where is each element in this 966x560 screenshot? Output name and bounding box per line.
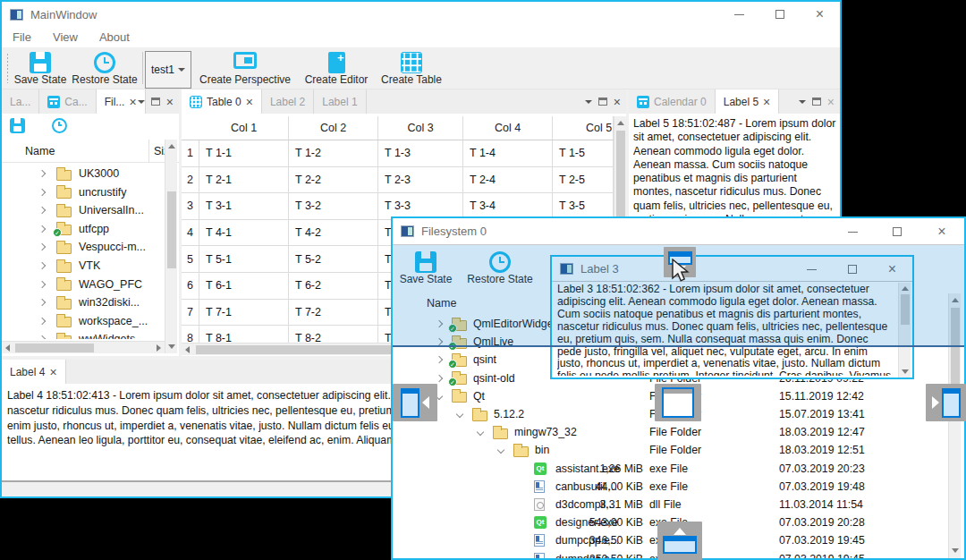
float-icon[interactable]	[598, 98, 607, 106]
menu-about[interactable]: About	[89, 30, 140, 44]
table-cell[interactable]: T 2-1	[199, 167, 289, 193]
table-cell[interactable]: T 1-5	[553, 140, 614, 166]
perspective-combobox[interactable]: test1	[145, 51, 191, 89]
scrollbar-thumb[interactable]	[15, 344, 94, 352]
drop-indicator-bottom[interactable]	[657, 522, 702, 560]
fs-row[interactable]: assistant.exe1,26 MiBexe File07.03.2019 …	[393, 460, 948, 478]
create-perspective-button[interactable]: Create Perspective	[195, 50, 295, 88]
column-header[interactable]: Col 1	[199, 116, 289, 140]
expand-icon[interactable]	[38, 299, 46, 306]
left-tree-vscrollbar[interactable]	[165, 140, 177, 353]
tab-ca[interactable]: Ca...	[39, 89, 96, 114]
tree-item[interactable]: wwWidgets	[2, 330, 165, 339]
column-header[interactable]: Col 5	[553, 116, 614, 140]
close-icon[interactable]	[246, 96, 253, 108]
column-header[interactable]: Col 2	[289, 116, 378, 140]
save-icon[interactable]	[10, 118, 25, 133]
table-row[interactable]: 2T 2-1T 2-2T 2-3T 2-4T 2-5	[182, 167, 614, 194]
table-cell[interactable]: T 1-4	[463, 140, 553, 166]
toolbar-drag-handle[interactable]	[6, 53, 9, 83]
expand-icon[interactable]	[38, 280, 46, 287]
table-cell[interactable]: T 7-2	[289, 300, 378, 326]
expand-icon[interactable]	[38, 207, 46, 214]
close-icon[interactable]	[827, 96, 835, 108]
tab-label4[interactable]: Label 4	[2, 360, 66, 384]
expand-icon[interactable]	[38, 188, 46, 195]
column-divider[interactable]	[148, 140, 149, 163]
maximize-button[interactable]	[875, 218, 919, 245]
table-cell[interactable]: T 1-3	[378, 140, 463, 166]
close-button[interactable]: ×	[800, 2, 840, 27]
table-cell[interactable]: T 1-2	[289, 140, 378, 166]
main-titlebar[interactable]: MainWindow ×	[2, 2, 840, 27]
table-cell[interactable]: T 6-1	[199, 273, 289, 299]
expand-icon[interactable]	[436, 356, 443, 363]
drop-indicator-left[interactable]	[393, 384, 437, 421]
table-cell[interactable]: T 5-1	[199, 246, 289, 272]
fs-row[interactable]: canbusutil....44,00 KiBexe File07.03.201…	[393, 478, 948, 496]
table-cell[interactable]: T 7-1	[199, 300, 289, 326]
create-table-button[interactable]: Create Table	[377, 50, 445, 88]
expand-icon[interactable]	[436, 374, 443, 381]
tab-menu-icon[interactable]	[138, 100, 145, 104]
tree-item[interactable]: uncrustify	[2, 183, 165, 201]
tab-calendar0[interactable]: Calendar 0	[629, 89, 716, 114]
create-editor-button[interactable]: Create Editor	[301, 50, 372, 88]
scroll-down-icon[interactable]	[952, 548, 959, 553]
tree-item[interactable]: win32diski...	[2, 293, 165, 311]
tab-table0[interactable]: Table 0	[182, 89, 262, 114]
name-column-header[interactable]: Name	[25, 145, 55, 157]
drop-indicator-center[interactable]	[655, 384, 701, 421]
tree-item[interactable]: Vespucci-m...	[2, 238, 165, 256]
table-cell[interactable]: T 2-3	[378, 167, 463, 193]
restore-icon[interactable]	[52, 118, 67, 133]
scroll-down-icon[interactable]	[168, 344, 175, 349]
menu-file[interactable]: File	[2, 30, 42, 44]
fs-row[interactable]: d3dcompil...3,31 MiBdll File11.03.2014 1…	[393, 496, 948, 513]
table-cell[interactable]: T 4-2	[289, 220, 378, 246]
column-header[interactable]: Col 4	[463, 116, 553, 140]
file-tree-header[interactable]: Name Siz	[2, 140, 179, 163]
table-cell[interactable]: T 8-1	[199, 326, 289, 343]
filesystem-titlebar[interactable]: Filesystem 0 ×	[393, 218, 964, 245]
table-cell[interactable]: T 8-2	[289, 326, 378, 343]
close-button[interactable]: ×	[919, 218, 964, 245]
tab-label5[interactable]: Label 5	[716, 89, 780, 114]
scroll-down-icon[interactable]	[902, 369, 909, 374]
expand-icon[interactable]	[38, 335, 46, 339]
tree-item[interactable]: VTK	[2, 257, 165, 275]
tree-item[interactable]: utfcpp	[2, 220, 165, 238]
close-icon[interactable]	[763, 96, 770, 108]
table-cell[interactable]: T 1-1	[199, 140, 289, 166]
expand-icon[interactable]	[38, 262, 46, 269]
close-icon[interactable]	[166, 96, 174, 108]
table-cell[interactable]: T 3-1	[199, 193, 289, 219]
table-cell[interactable]: T 3-4	[463, 193, 553, 219]
drop-indicator-right[interactable]	[926, 384, 966, 421]
fs-row[interactable]: mingw73_32File Folder18.03.2019 12:47	[393, 423, 948, 441]
left-tree-hscrollbar[interactable]	[2, 341, 165, 353]
table-cell[interactable]: T 2-2	[289, 167, 378, 193]
scroll-up-icon[interactable]	[168, 144, 175, 148]
scroll-left-icon[interactable]	[5, 344, 10, 352]
table-row[interactable]: 1T 1-1T 1-2T 1-3T 1-4T 1-5	[182, 140, 614, 167]
maximize-button[interactable]	[759, 2, 800, 27]
float-icon[interactable]	[812, 98, 821, 106]
expand-icon[interactable]	[456, 411, 463, 418]
table-header-row[interactable]: Col 1Col 2Col 3Col 4Col 5	[182, 116, 614, 140]
table-cell[interactable]: T 3-5	[553, 193, 614, 219]
tree-item[interactable]: UniversalIn...	[2, 201, 165, 219]
table-cell[interactable]: T 4-1	[199, 220, 289, 246]
scroll-left-icon[interactable]	[185, 346, 190, 353]
menu-view[interactable]: View	[42, 30, 89, 44]
table-cell[interactable]: T 3-3	[378, 193, 463, 219]
minimize-button[interactable]	[719, 2, 759, 27]
expand-icon[interactable]	[38, 170, 46, 177]
table-cell[interactable]: T 3-2	[289, 193, 378, 219]
fs-row[interactable]: binFile Folder18.03.2019 12:51	[393, 441, 948, 459]
scroll-right-icon[interactable]	[157, 344, 161, 352]
tab-menu-icon[interactable]	[799, 100, 806, 104]
tree-item[interactable]: WAGO_PFC	[2, 276, 165, 293]
scrollbar-thumb[interactable]	[167, 191, 176, 268]
tab-menu-icon[interactable]	[585, 100, 592, 104]
